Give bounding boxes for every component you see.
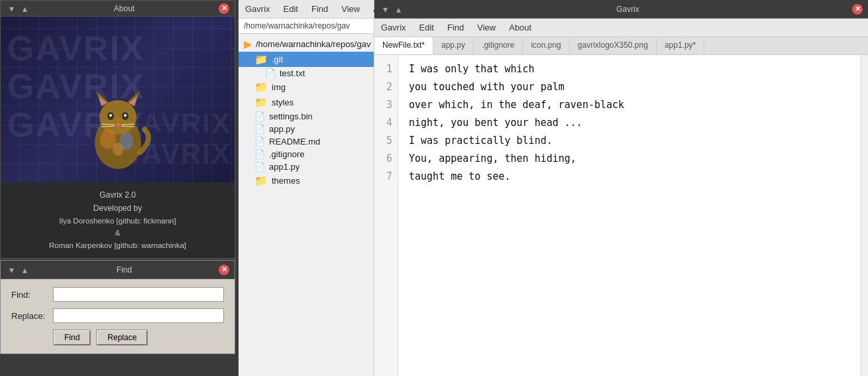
find-window: ▾ ▴ Find ✕ Find: Replace: Find Replace [0,260,235,354]
list-item[interactable]: 📄 README.md [239,135,374,148]
list-item[interactable]: 📄 app.py [239,123,374,135]
tab-gitignore[interactable]: .gitignore [474,37,523,54]
file-icon: 📄 [254,124,265,134]
find-button[interactable]: Find [53,330,91,345]
about-window-controls: ▾ ▴ [6,3,30,14]
find-input[interactable] [53,287,224,302]
tab-gavrixlogo[interactable]: gavrixlogoX350.png [570,37,657,54]
item-name: settings.bin [269,111,313,121]
file-manager-menubar: Gavrix Edit Find View About [239,0,374,19]
editor-titlebar: ▾ ▴ Gavrix ✕ [374,0,868,19]
line-numbers: 1 2 3 4 5 6 7 [374,55,398,376]
svg-point-8 [109,114,112,117]
replace-input[interactable] [53,308,224,323]
item-name: test.txt [280,68,305,78]
find-label: Find: [11,290,48,300]
editor-window-controls: ▾ ▴ [380,4,404,15]
editor-minimize-btn[interactable]: ▾ [380,4,390,15]
about-app-name: Gavrix 2.0 [7,189,228,202]
file-icon: 📄 [254,137,265,147]
item-name: README.md [269,137,320,147]
list-item[interactable]: 📁 .git [239,52,374,67]
find-window-controls: ▾ ▴ [6,265,30,275]
find-maximize-btn[interactable]: ▴ [19,265,30,275]
folder-icon: 📁 [254,174,268,187]
list-item[interactable]: 📄 test.txt [239,67,374,80]
editor-text[interactable]: I was only that which you touched with y… [398,55,860,376]
item-name: styles [272,97,294,107]
svg-point-1 [99,100,136,135]
list-item[interactable]: 📁 themes [239,173,374,188]
editor-area: ▾ ▴ Gavrix ✕ Gavrix Edit Find View About… [374,0,868,376]
about-titlebar: ▾ ▴ About ✕ [1,1,235,17]
list-item[interactable]: 📁 img [239,80,374,95]
editor-menu-view[interactable]: View [474,21,498,34]
tab-app1py[interactable]: app1.py* [657,37,704,54]
list-item[interactable]: 📄 app1.py [239,160,374,173]
editor-scrollbar[interactable] [860,55,868,376]
editor-menu-edit[interactable]: Edit [417,21,437,34]
fm-menu-find[interactable]: Find [309,3,331,15]
replace-button[interactable]: Replace [96,330,148,345]
about-minimize-btn[interactable]: ▾ [6,3,17,14]
cat-figure [81,83,154,169]
about-authors: Ilya Doroshenko [github: fickmann]&Roman… [7,215,228,251]
file-manager-path: /home/warnachinka/repos/gav [239,19,374,34]
find-titlebar: ▾ ▴ Find ✕ [1,261,235,279]
file-icon: 📄 [254,162,265,172]
find-title: Find [30,265,219,275]
editor-menu-find[interactable]: Find [445,21,466,34]
list-item[interactable]: ▶ /home/warnachinka/repos/gav [239,36,374,52]
item-name: themes [272,176,300,186]
find-body: Find: Replace: Find Replace [1,279,235,353]
editor-menu-about[interactable]: About [506,21,534,34]
about-close-btn[interactable]: ✕ [219,3,229,14]
replace-label: Replace: [11,311,48,321]
find-buttons: Find Replace [53,330,224,345]
find-minimize-btn[interactable]: ▾ [6,265,17,275]
about-window: ▾ ▴ About ✕ GAVRIXGAVRIXGAVRIX GAVRIXGAV… [0,0,235,259]
editor-content: 1 2 3 4 5 6 7 I was only that which you … [374,55,868,376]
file-manager: Gavrix Edit Find View About /home/warnac… [239,0,374,376]
fm-menu-view[interactable]: View [339,3,362,15]
folder-icon: ▶ [244,38,252,50]
file-icon: 📄 [265,68,276,78]
folder-icon: 📁 [254,53,268,66]
editor-close-btn[interactable]: ✕ [852,4,863,15]
item-name: app.py [269,124,295,134]
list-item[interactable]: 📄 .gitignore [239,148,374,160]
about-description: Developed by [7,202,228,215]
editor-menu-gavrix[interactable]: Gavrix [378,21,409,34]
svg-point-9 [124,114,127,117]
about-maximize-btn[interactable]: ▴ [19,3,30,14]
item-name: img [272,82,286,92]
fm-menu-edit[interactable]: Edit [281,3,301,15]
editor-maximize-btn[interactable]: ▴ [393,4,404,15]
tab-apppy[interactable]: app.py [433,37,474,54]
item-name: .git [272,54,283,64]
item-name: app1.py [269,162,299,172]
item-name: .gitignore [269,149,304,159]
file-manager-tree: ▶ /home/warnachinka/repos/gav 📁 .git 📄 t… [239,34,374,376]
replace-row: Replace: [11,308,224,323]
file-icon: 📄 [254,149,265,159]
tab-iconpng[interactable]: icon.png [523,37,569,54]
list-item[interactable]: 📁 styles [239,95,374,110]
fm-menu-gavrix[interactable]: Gavrix [243,3,273,15]
svg-point-17 [113,143,123,156]
editor-title: Gavrix [404,5,852,14]
editor-tabs: NewFile.txt* app.py .gitignore icon.png … [374,37,868,55]
editor-menubar: Gavrix Edit Find View About [374,19,868,37]
about-title: About [30,4,219,13]
folder-icon: 📁 [254,96,268,109]
item-name: /home/warnachinka/repos/gav [256,39,370,49]
about-image: GAVRIXGAVRIXGAVRIX GAVRIXGAVRIX [1,17,235,182]
find-close-btn[interactable]: ✕ [219,265,229,275]
list-item[interactable]: 📄 settings.bin [239,110,374,123]
tab-newfile[interactable]: NewFile.txt* [374,37,433,54]
about-info: Gavrix 2.0 Developed by Ilya Doroshenko … [1,182,235,258]
find-row: Find: [11,287,224,302]
file-icon: 📄 [254,111,265,121]
folder-icon: 📁 [254,81,268,94]
